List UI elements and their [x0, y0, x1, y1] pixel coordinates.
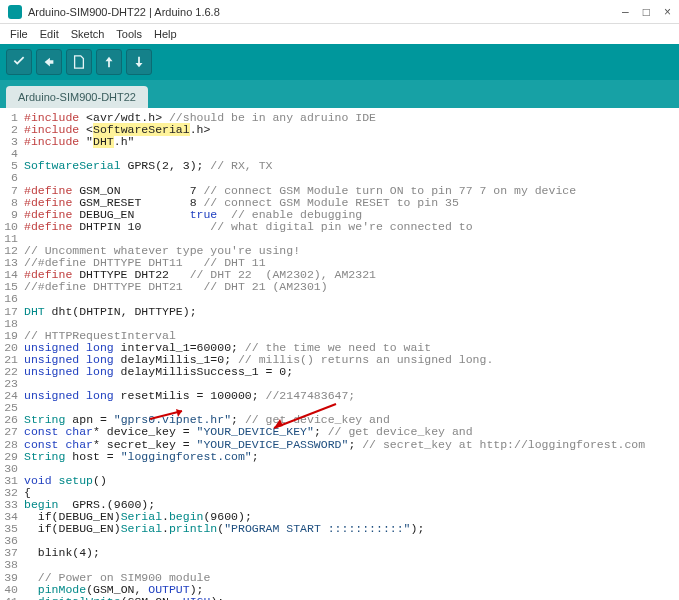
code-line[interactable]: 17DHT dht(DHTPIN, DHTTYPE);	[0, 306, 679, 318]
code-content	[24, 463, 679, 475]
line-number: 28	[0, 439, 24, 451]
line-number: 40	[0, 584, 24, 596]
save-button[interactable]	[126, 49, 152, 75]
code-content: #define DHTPIN 10 // what digital pin we…	[24, 221, 679, 233]
titlebar: Arduino-SIM900-DHT22 | Arduino 1.6.8 – □…	[0, 0, 679, 24]
line-number: 41	[0, 596, 24, 600]
code-line[interactable]: 15//#define DHTTYPE DHT21 // DHT 21 (AM2…	[0, 281, 679, 293]
code-line[interactable]: 31void setup()	[0, 475, 679, 487]
new-button[interactable]	[66, 49, 92, 75]
maximize-button[interactable]: □	[643, 5, 650, 19]
window-controls: – □ ×	[622, 5, 671, 19]
upload-button[interactable]	[36, 49, 62, 75]
code-content: SoftwareSerial GPRS(2, 3); // RX, TX	[24, 160, 679, 172]
menubar: File Edit Sketch Tools Help	[0, 24, 679, 44]
menu-tools[interactable]: Tools	[112, 26, 146, 42]
code-content	[24, 535, 679, 547]
toolbar	[0, 44, 679, 80]
line-number: 8	[0, 197, 24, 209]
code-line[interactable]: 29String host = "loggingforest.com";	[0, 451, 679, 463]
line-number: 38	[0, 559, 24, 571]
open-button[interactable]	[96, 49, 122, 75]
line-number: 30	[0, 463, 24, 475]
verify-button[interactable]	[6, 49, 32, 75]
tab-active[interactable]: Arduino-SIM900-DHT22	[6, 86, 148, 108]
line-number: 7	[0, 185, 24, 197]
app-icon	[8, 5, 22, 19]
code-line[interactable]: 3#include "DHT.h"	[0, 136, 679, 148]
line-number: 27	[0, 426, 24, 438]
code-content: blink(4);	[24, 547, 679, 559]
menu-help[interactable]: Help	[150, 26, 181, 42]
line-number: 16	[0, 293, 24, 305]
line-number: 6	[0, 172, 24, 184]
line-number: 17	[0, 306, 24, 318]
code-line[interactable]: 22unsigned long delayMillisSuccess_1 = 0…	[0, 366, 679, 378]
code-line[interactable]: 24unsigned long resetMilis = 100000; //2…	[0, 390, 679, 402]
menu-file[interactable]: File	[6, 26, 32, 42]
code-line[interactable]: 37 blink(4);	[0, 547, 679, 559]
line-number: 19	[0, 330, 24, 342]
code-content: unsigned long resetMilis = 100000; //214…	[24, 390, 679, 402]
menu-edit[interactable]: Edit	[36, 26, 63, 42]
code-content: DHT dht(DHTPIN, DHTTYPE);	[24, 306, 679, 318]
window-title: Arduino-SIM900-DHT22 | Arduino 1.6.8	[28, 6, 622, 18]
line-number: 29	[0, 451, 24, 463]
code-content: if(DEBUG_EN)Serial.println("PROGRAM STAR…	[24, 523, 679, 535]
code-content: unsigned long delayMillisSuccess_1 = 0;	[24, 366, 679, 378]
close-button[interactable]: ×	[664, 5, 671, 19]
code-line[interactable]: 41 digitalWrite(GSM_ON, HIGH);	[0, 596, 679, 600]
menu-sketch[interactable]: Sketch	[67, 26, 109, 42]
code-content: String host = "loggingforest.com";	[24, 451, 679, 463]
code-content: #include "DHT.h"	[24, 136, 679, 148]
code-line[interactable]: 36	[0, 535, 679, 547]
code-content: void setup()	[24, 475, 679, 487]
line-number: 18	[0, 318, 24, 330]
code-editor[interactable]: 1#include <avr/wdt.h> //should be in any…	[0, 108, 679, 600]
code-line[interactable]: 5SoftwareSerial GPRS(2, 3); // RX, TX	[0, 160, 679, 172]
code-content: //#define DHTTYPE DHT21 // DHT 21 (AM230…	[24, 281, 679, 293]
tab-strip: Arduino-SIM900-DHT22	[0, 80, 679, 108]
code-line[interactable]: 10#define DHTPIN 10 // what digital pin …	[0, 221, 679, 233]
line-number: 39	[0, 572, 24, 584]
code-line[interactable]: 35 if(DEBUG_EN)Serial.println("PROGRAM S…	[0, 523, 679, 535]
minimize-button[interactable]: –	[622, 5, 629, 19]
code-content: digitalWrite(GSM_ON, HIGH);	[24, 596, 679, 600]
